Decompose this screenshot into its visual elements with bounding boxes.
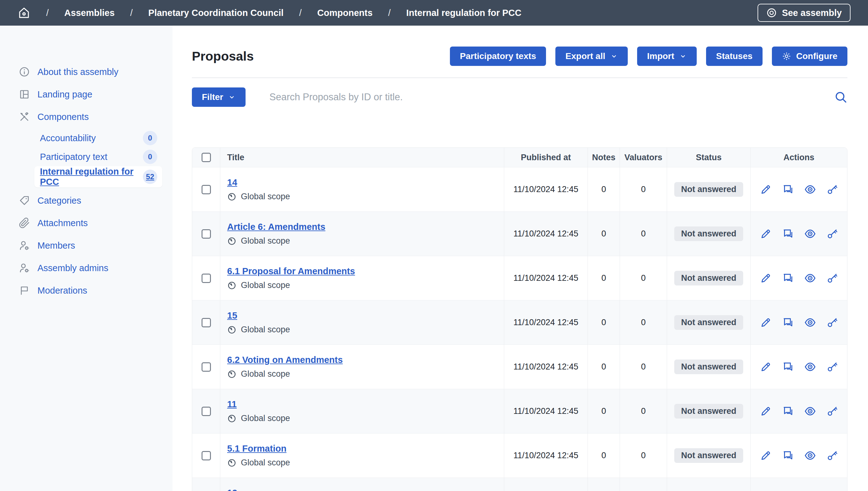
preview-eye-icon[interactable] [804,450,816,461]
edit-pencil-icon[interactable] [760,405,772,417]
breadcrumb-separator: / [130,8,133,18]
proposal-title-link[interactable]: 14 [227,177,237,188]
permissions-key-icon[interactable] [827,361,838,373]
toolbar: Participatory texts Export all Import St… [450,47,847,66]
proposal-title-link[interactable]: 12 [227,488,237,491]
sidebar-item-accountability[interactable]: Accountability 0 [34,129,162,147]
notes-count: 0 [588,212,620,256]
info-icon [19,66,30,78]
answer-chat-icon[interactable] [782,317,794,328]
sidebar-item-label: Landing page [37,89,92,99]
sidebar-item-moderations[interactable]: Moderations [0,279,173,302]
permissions-key-icon[interactable] [827,184,838,195]
scope-icon [227,281,237,290]
count-badge: 52 [143,170,157,184]
published-at-value: 11/10/2024 12:45 [504,300,588,345]
scope-line: Global scope [227,236,504,246]
edit-pencil-icon[interactable] [760,272,772,284]
valuators-count: 0 [620,167,667,211]
top-bar: / Assemblies / Planetary Coordination Co… [0,0,868,26]
answer-chat-icon[interactable] [782,228,794,239]
answer-chat-icon[interactable] [782,450,794,461]
page-title: Proposals [192,49,254,64]
permissions-key-icon[interactable] [827,405,838,417]
answer-chat-icon[interactable] [782,184,794,195]
row-checkbox[interactable] [202,273,211,283]
permissions-key-icon[interactable] [827,450,838,461]
sidebar-item-about[interactable]: About this assembly [0,61,173,83]
row-checkbox[interactable] [202,185,211,194]
scope-label: Global scope [241,413,290,423]
export-all-label: Export all [565,51,605,61]
edit-pencil-icon[interactable] [760,228,772,239]
scope-icon [227,458,237,468]
answer-chat-icon[interactable] [782,405,794,417]
edit-pencil-icon[interactable] [760,184,772,195]
proposal-title-link[interactable]: 11 [227,399,237,409]
row-checkbox[interactable] [202,451,211,460]
statuses-button[interactable]: Statuses [706,47,763,66]
sidebar-item-internal-regulation[interactable]: Internal regulation for PCC 52 [34,166,162,187]
row-actions [751,212,847,256]
proposal-title-link[interactable]: 6.2 Voting on Amendments [227,355,343,365]
row-checkbox[interactable] [202,362,211,372]
participatory-texts-button[interactable]: Participatory texts [450,47,546,66]
export-all-button[interactable]: Export all [555,47,628,66]
row-actions [751,345,847,389]
edit-pencil-icon[interactable] [760,450,772,461]
proposal-title-link[interactable]: Article 6: Amendments [227,222,326,232]
sidebar-item-categories[interactable]: Categories [0,189,173,212]
valuators-count: 0 [620,345,667,389]
notes-count: 0 [588,434,620,478]
answer-chat-icon[interactable] [782,272,794,284]
permissions-key-icon[interactable] [827,272,838,284]
table-row: 15 Global scope 11/10/2024 12:45 0 0 Not… [192,300,847,345]
select-all-checkbox[interactable] [202,153,211,162]
proposal-title-link[interactable]: 5.1 Formation [227,443,286,454]
preview-eye-icon[interactable] [804,184,816,195]
sidebar-item-participatory-text[interactable]: Participatory text 0 [34,147,162,166]
scope-line: Global scope [227,281,504,290]
permissions-key-icon[interactable] [827,317,838,328]
sidebar-item-assembly-admins[interactable]: Assembly admins [0,257,173,279]
search-input[interactable] [269,91,834,103]
breadcrumb-components[interactable]: Components [317,8,373,18]
breadcrumb-assemblies[interactable]: Assemblies [64,8,115,18]
scope-line: Global scope [227,458,504,468]
column-published-at: Published at [504,148,588,167]
table-row: Article 6: Amendments Global scope 11/10… [192,211,847,256]
preview-eye-icon[interactable] [804,405,816,417]
proposal-title-link[interactable]: 15 [227,311,237,321]
row-checkbox[interactable] [202,229,211,239]
published-at-value: 11/10/2024 12:45 [504,167,588,211]
preview-eye-icon[interactable] [804,361,816,373]
row-checkbox[interactable] [202,318,211,327]
row-actions [751,167,847,211]
import-button[interactable]: Import [637,47,697,66]
see-assembly-button[interactable]: See assembly [757,4,850,22]
preview-eye-icon[interactable] [804,317,816,328]
see-assembly-label: See assembly [782,8,842,18]
status-badge: Not answered [674,404,743,419]
edit-pencil-icon[interactable] [760,317,772,328]
eye-icon [766,7,777,18]
configure-button[interactable]: Configure [772,47,847,66]
search-icon[interactable] [834,91,847,104]
sidebar-item-members[interactable]: Members [0,234,173,257]
preview-eye-icon[interactable] [804,272,816,284]
sidebar-item-landing-page[interactable]: Landing page [0,83,173,106]
permissions-key-icon[interactable] [827,228,838,239]
proposal-title-link[interactable]: 6.1 Proposal for Amendments [227,266,355,277]
home-icon[interactable] [18,6,31,19]
row-checkbox[interactable] [202,407,211,416]
status-badge: Not answered [674,315,743,330]
edit-pencil-icon[interactable] [760,361,772,373]
filter-button[interactable]: Filter [192,87,246,107]
column-status: Status [667,148,751,167]
sidebar-item-attachments[interactable]: Attachments [0,212,173,234]
answer-chat-icon[interactable] [782,361,794,373]
sidebar-item-components[interactable]: Components [0,106,173,128]
scope-icon [227,414,237,423]
preview-eye-icon[interactable] [804,228,816,239]
breadcrumb-assembly-name[interactable]: Planetary Coordination Council [148,8,283,18]
